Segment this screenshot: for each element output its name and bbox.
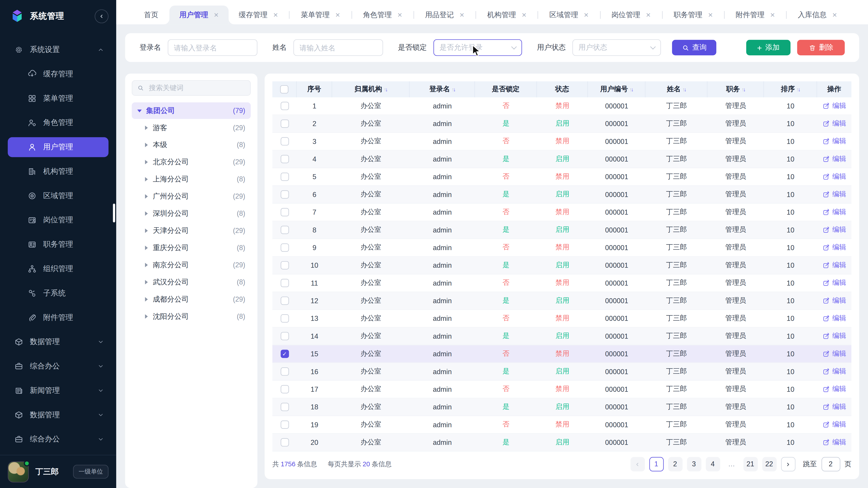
close-icon[interactable]: ✕ (708, 11, 713, 19)
edit-button[interactable]: 编辑 (822, 119, 846, 129)
row-checkbox[interactable] (280, 279, 289, 287)
tab-区域管理[interactable]: 区域管理✕ (539, 5, 599, 24)
edit-button[interactable]: 编辑 (822, 278, 846, 288)
sidebar-scrollbar-thumb[interactable] (113, 203, 115, 222)
sort-icon[interactable]: ↑↓ (682, 86, 685, 92)
table-row[interactable]: 8办公室admin是启用000001丁三郎管理员10编辑 (272, 221, 851, 239)
login-filter-input[interactable] (168, 39, 257, 56)
table-row[interactable]: 13办公室admin否禁用000001丁三郎管理员10编辑 (272, 310, 851, 327)
row-checkbox[interactable] (280, 332, 289, 340)
next-page-button[interactable] (781, 457, 795, 471)
user-unit-badge[interactable]: 一级单位 (73, 465, 108, 479)
table-row[interactable]: 17办公室admin否禁用000001丁三郎管理员10编辑 (272, 381, 851, 398)
page-button-22[interactable]: 22 (762, 457, 776, 471)
add-button[interactable]: + 添加 (746, 40, 790, 55)
page-button-1[interactable]: 1 (649, 457, 663, 471)
edit-button[interactable]: 编辑 (822, 314, 846, 323)
column-header-uid[interactable]: 用户编号↑↓ (588, 81, 646, 97)
row-checkbox[interactable] (280, 297, 289, 305)
page-button-21[interactable]: 21 (743, 457, 758, 471)
close-icon[interactable]: ✕ (273, 11, 278, 19)
row-checkbox[interactable] (280, 243, 289, 252)
sidebar-item-clip[interactable]: 附件管理 (8, 308, 108, 328)
row-checkbox[interactable] (280, 420, 289, 429)
table-row[interactable]: 2办公室admin是启用000001丁三郎管理员10编辑 (272, 115, 851, 133)
sidebar-item-tree[interactable]: 组织管理 (8, 259, 108, 279)
edit-button[interactable]: 编辑 (822, 296, 846, 305)
row-checkbox[interactable] (280, 190, 289, 199)
tree-search-input[interactable] (148, 84, 245, 92)
sidebar-item-region[interactable]: 区域管理 (8, 186, 108, 206)
sidebar-item-user[interactable]: 用户管理 (8, 137, 108, 157)
page-button-2[interactable]: 2 (668, 457, 682, 471)
edit-button[interactable]: 编辑 (822, 349, 846, 359)
row-checkbox[interactable] (280, 120, 289, 128)
row-checkbox[interactable] (280, 137, 289, 145)
table-row[interactable]: 16办公室admin是启用000001丁三郎管理员10编辑 (272, 363, 851, 381)
row-checkbox[interactable] (280, 438, 289, 447)
sidebar-item-menu[interactable]: 菜单管理 (8, 89, 108, 108)
sidebar-group-data1[interactable]: 数据管理 (8, 332, 108, 352)
edit-button[interactable]: 编辑 (822, 331, 846, 341)
tab-职务管理[interactable]: 职务管理✕ (664, 5, 723, 24)
sidebar-item-cache[interactable]: 缓存管理 (8, 64, 108, 84)
sort-icon[interactable]: ↑↓ (384, 86, 387, 92)
edit-button[interactable]: 编辑 (822, 207, 846, 217)
row-checkbox[interactable] (280, 102, 289, 110)
sidebar-item-role[interactable]: 角色管理 (8, 113, 108, 133)
column-header-check[interactable] (272, 81, 297, 97)
row-checkbox[interactable] (280, 173, 289, 181)
sidebar-group-office2[interactable]: 综合办公 (8, 429, 108, 449)
sidebar-item-duty[interactable]: 职务管理 (8, 234, 108, 254)
edit-button[interactable]: 编辑 (822, 154, 846, 164)
edit-button[interactable]: 编辑 (822, 437, 846, 447)
sidebar-collapse-button[interactable] (95, 9, 108, 23)
page-button-4[interactable]: 4 (706, 457, 720, 471)
tree-node[interactable]: 本级(8) (132, 137, 251, 153)
sort-icon[interactable]: ↑↓ (629, 86, 632, 92)
row-checkbox[interactable] (280, 261, 289, 269)
page-button-3[interactable]: 3 (687, 457, 701, 471)
close-icon[interactable]: ✕ (832, 11, 837, 19)
query-button[interactable]: 查询 (672, 40, 716, 55)
close-icon[interactable]: ✕ (584, 11, 589, 19)
table-row[interactable]: 5办公室admin否禁用000001丁三郎管理员10编辑 (272, 168, 851, 186)
edit-button[interactable]: 编辑 (822, 190, 846, 199)
sort-icon[interactable]: ↑↓ (742, 86, 745, 92)
locked-filter-select[interactable]: 是否允许登录 (434, 39, 522, 56)
table-row[interactable]: 4办公室admin是启用000001丁三郎管理员10编辑 (272, 151, 851, 168)
table-row[interactable]: 1办公室admin否禁用000001丁三郎管理员10编辑 (272, 97, 851, 115)
edit-button[interactable]: 编辑 (822, 402, 846, 412)
row-checkbox[interactable] (280, 385, 289, 393)
edit-button[interactable]: 编辑 (822, 225, 846, 235)
sort-icon[interactable]: ↑↓ (452, 86, 455, 92)
column-header-duty[interactable]: 职务↑↓ (708, 81, 764, 97)
row-checkbox[interactable]: ✓ (280, 350, 289, 358)
column-header-login[interactable]: 登录名↑↓ (410, 81, 475, 97)
table-row[interactable]: 20办公室admin是启用000001丁三郎管理员10编辑 (272, 434, 851, 451)
sidebar-group-office1[interactable]: 综合办公 (8, 356, 108, 376)
close-icon[interactable]: ✕ (770, 11, 775, 19)
tree-node[interactable]: 深圳分公司(8) (132, 205, 251, 222)
table-row[interactable]: 18办公室admin是启用000001丁三郎管理员10编辑 (272, 398, 851, 416)
tab-用品登记[interactable]: 用品登记✕ (415, 5, 474, 24)
close-icon[interactable]: ✕ (335, 11, 340, 19)
table-row[interactable]: 6办公室admin是启用000001丁三郎管理员10编辑 (272, 186, 851, 203)
close-icon[interactable]: ✕ (459, 11, 465, 19)
name-filter-input[interactable] (293, 39, 383, 56)
tree-node[interactable]: 成都分公司(29) (132, 291, 251, 307)
row-checkbox[interactable] (280, 208, 289, 217)
close-icon[interactable]: ✕ (214, 11, 219, 19)
edit-button[interactable]: 编辑 (822, 385, 846, 394)
delete-button[interactable]: 删除 (797, 40, 845, 55)
prev-page-button[interactable] (630, 457, 645, 471)
tree-node[interactable]: 上海分公司(8) (132, 171, 251, 188)
sidebar-item-org[interactable]: 机构管理 (8, 162, 108, 182)
sidebar-group-news[interactable]: 新闻管理 (8, 381, 108, 400)
tree-node[interactable]: 武汉分公司(8) (132, 274, 251, 290)
column-header-name[interactable]: 姓名↑↓ (646, 81, 708, 97)
row-checkbox[interactable] (280, 403, 289, 411)
table-row[interactable]: 10办公室admin是启用000001丁三郎管理员10编辑 (272, 257, 851, 274)
tree-node[interactable]: 重庆分公司(8) (132, 239, 251, 256)
edit-button[interactable]: 编辑 (822, 367, 846, 377)
